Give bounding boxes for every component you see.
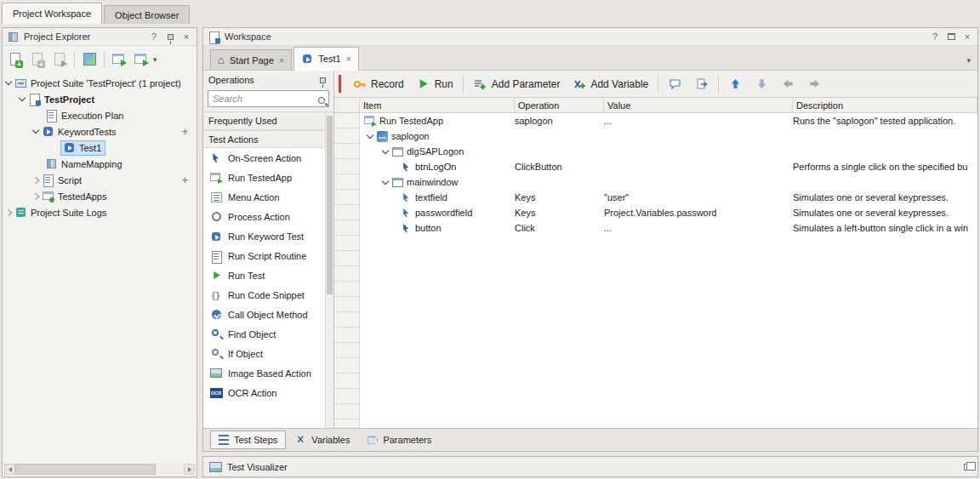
add-parameter-button[interactable]: Add Parameter	[468, 75, 566, 93]
move-up-button[interactable]	[723, 75, 748, 93]
operation-run-testedapp[interactable]: Run TestedApp	[203, 168, 325, 187]
tab-label: Test Steps	[234, 435, 277, 445]
operation-run-keyword-test[interactable]: Run Keyword Test	[203, 226, 325, 246]
column-header-item[interactable]: Item	[360, 98, 515, 112]
test-visualizer-bar[interactable]: Test Visualizer	[202, 456, 978, 477]
pin-icon[interactable]	[316, 75, 328, 85]
tab-list-dropdown-icon[interactable]: ▾	[966, 56, 977, 70]
move-left-button[interactable]	[776, 75, 801, 93]
run-button[interactable]: Run	[411, 75, 459, 93]
chevron-down-icon[interactable]	[5, 78, 12, 85]
tab-variables[interactable]: Variables	[288, 431, 357, 449]
step-value[interactable]: "user"	[604, 192, 793, 202]
operation-find-object[interactable]: Find Object	[203, 324, 325, 344]
expander-down-icon[interactable]	[367, 131, 373, 138]
tested-apps-icon	[42, 190, 54, 202]
tab-object-browser[interactable]: Object Browser	[104, 5, 190, 24]
step-value[interactable]: ...	[604, 116, 793, 126]
operations-group-test-actions[interactable]: Test Actions	[203, 130, 325, 148]
test-step-row[interactable]: btnLogOn ClickButton Performs a single c…	[360, 159, 977, 174]
move-down-button[interactable]	[749, 75, 774, 93]
chevron-down-icon[interactable]	[32, 127, 39, 134]
tab-test1[interactable]: Test1 ×	[293, 47, 359, 71]
pin-icon[interactable]	[164, 31, 176, 42]
expander-down-icon[interactable]	[382, 177, 389, 184]
operation-ocr-action[interactable]: OCR OCR Action	[203, 383, 325, 402]
float-panel-icon[interactable]	[964, 462, 971, 472]
operation-process-action[interactable]: Process Action	[203, 207, 325, 226]
test-step-row[interactable]: dlgSAPLogon	[360, 144, 977, 159]
test-step-row[interactable]: mainwindow	[360, 174, 977, 190]
tree-item-keywordtests[interactable]: KeywordTests +	[3, 123, 197, 140]
copy-steps-button[interactable]	[689, 75, 714, 93]
operations-group-frequently-used[interactable]: Frequently Used	[203, 112, 325, 130]
toolbar-dropdown-icon[interactable]: ▾	[153, 55, 157, 64]
add-script-button[interactable]: +	[182, 174, 188, 186]
search-input[interactable]	[208, 90, 329, 107]
operation-image-based-action[interactable]: Image Based Action	[203, 363, 325, 383]
add-new-item-button[interactable]: +	[27, 49, 48, 70]
test-step-row[interactable]: passwordfield Keys Project.Variables.pas…	[360, 205, 977, 220]
help-icon[interactable]: ?	[929, 31, 941, 42]
test-step-row[interactable]: button Click ... Simulates a left-button…	[360, 220, 977, 236]
scrollbar-thumb[interactable]	[15, 464, 156, 475]
tree-item-script[interactable]: Script +	[3, 172, 197, 188]
operation-run-test[interactable]: Run Test	[203, 265, 325, 285]
horizontal-scrollbar[interactable]	[4, 464, 195, 475]
toolbar-grip[interactable]	[339, 75, 341, 93]
tree-item-namemapping[interactable]: NameMapping	[3, 156, 197, 172]
scrollbar-thumb[interactable]	[327, 116, 333, 294]
column-header-description[interactable]: Description	[793, 98, 977, 112]
comment-button[interactable]	[663, 75, 687, 93]
add-variable-button[interactable]: Add Variable	[567, 75, 653, 93]
scroll-left-button[interactable]	[4, 464, 15, 475]
scrollbar-track[interactable]	[15, 464, 184, 475]
tab-start-page[interactable]: ⌂ Start Page ×	[210, 49, 292, 70]
test-step-row[interactable]: saplogon	[360, 128, 977, 144]
step-value[interactable]: ...	[604, 223, 793, 233]
arrow-up-icon	[728, 77, 743, 91]
close-icon[interactable]: ×	[961, 31, 973, 42]
add-existing-item-button[interactable]	[49, 49, 70, 70]
expander-down-icon[interactable]	[382, 146, 389, 153]
operations-scrollbar[interactable]	[325, 112, 333, 428]
operation-menu-action[interactable]: Menu Action	[203, 187, 325, 207]
chevron-down-icon[interactable]	[19, 94, 26, 101]
add-keyword-test-button[interactable]: +	[182, 126, 188, 138]
tab-test-steps[interactable]: Test Steps	[210, 431, 286, 449]
column-header-value[interactable]: Value	[604, 98, 793, 112]
close-icon[interactable]: ×	[180, 31, 192, 42]
tree-item-project-suite-logs[interactable]: Project Suite Logs	[3, 204, 197, 220]
keyword-test-editor: Record Run Add Parameter	[334, 71, 977, 428]
step-value[interactable]: Project.Variables.password	[604, 208, 793, 218]
test-step-row[interactable]: textfield Keys "user" Simulates one or s…	[360, 190, 977, 205]
column-header-operation[interactable]: Operation	[515, 98, 604, 112]
operation-run-script-routine[interactable]: Run Script Routine	[203, 246, 325, 265]
operation-on-screen-action[interactable]: On-Screen Action	[203, 148, 325, 168]
organize-tests-button[interactable]	[79, 49, 100, 70]
tab-parameters[interactable]: Parameters	[360, 431, 439, 449]
operation-call-object-method[interactable]: Call Object Method	[203, 305, 325, 324]
tree-item-execution-plan[interactable]: Execution Plan	[3, 107, 197, 123]
run-project-button[interactable]	[109, 49, 129, 70]
tree-item-test1[interactable]: Test1	[3, 140, 197, 156]
run-project-suite-button[interactable]	[131, 49, 151, 70]
operation-if-object[interactable]: If Object	[203, 344, 325, 363]
chevron-right-icon[interactable]	[5, 208, 12, 215]
help-icon[interactable]: ?	[148, 31, 160, 42]
tree-item-project-suite[interactable]: Project Suite 'TestProject' (1 project)	[3, 75, 197, 91]
tree-item-testproject[interactable]: TestProject	[3, 91, 197, 107]
move-right-button[interactable]	[802, 75, 827, 93]
test-step-row[interactable]: Run TestedApp saplogon ... Runs the "sap…	[360, 113, 977, 128]
maximize-icon[interactable]	[945, 31, 957, 42]
record-button[interactable]: Record	[347, 75, 409, 93]
chevron-right-icon[interactable]	[32, 192, 39, 199]
close-tab-icon[interactable]: ×	[279, 55, 284, 66]
operation-run-code-snippet[interactable]: {} Run Code Snippet	[203, 285, 325, 305]
tree-item-testedapps[interactable]: TestedApps	[3, 188, 197, 204]
scroll-right-button[interactable]	[184, 464, 195, 475]
add-new-project-button[interactable]: +	[5, 49, 26, 70]
close-tab-icon[interactable]: ×	[346, 54, 351, 64]
tab-project-workspace[interactable]: Project Workspace	[2, 3, 102, 24]
chevron-right-icon[interactable]	[32, 176, 39, 183]
